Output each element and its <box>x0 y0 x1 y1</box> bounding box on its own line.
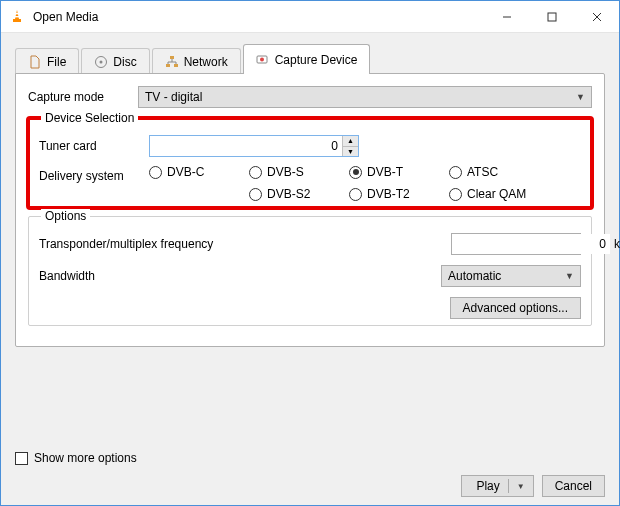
delivery-system-row: Delivery system DVB-C DVB-S <box>39 165 581 201</box>
tuner-card-spinbox[interactable]: ▲ ▼ <box>149 135 359 157</box>
radio-clear-qam[interactable]: Clear QAM <box>449 187 549 201</box>
svg-point-8 <box>100 60 103 63</box>
radio-label: Clear QAM <box>467 187 526 201</box>
tab-network[interactable]: Network <box>152 48 241 74</box>
tab-bar: File Disc Network Capture Device <box>15 43 605 73</box>
svg-rect-2 <box>15 16 20 17</box>
tab-label: Disc <box>113 55 136 69</box>
chevron-down-icon: ▼ <box>517 482 525 491</box>
svg-rect-10 <box>166 64 170 67</box>
frequency-unit: kHz <box>610 237 620 251</box>
options-group: Options Transponder/multiplex frequency … <box>28 216 592 326</box>
radio-label: ATSC <box>467 165 498 179</box>
capture-mode-select[interactable]: TV - digital ▼ <box>138 86 592 108</box>
frequency-row: Transponder/multiplex frequency kHz ▲ ▼ <box>39 233 581 255</box>
frequency-spinbox[interactable]: kHz ▲ ▼ <box>451 233 581 255</box>
radio-icon <box>449 188 462 201</box>
chevron-down-icon: ▼ <box>576 92 585 102</box>
tab-disc[interactable]: Disc <box>81 48 149 74</box>
checkbox-icon <box>15 452 28 465</box>
radio-label: DVB-T <box>367 165 403 179</box>
radio-label: DVB-S2 <box>267 187 310 201</box>
disc-icon <box>94 55 108 69</box>
file-icon <box>28 55 42 69</box>
radio-icon <box>249 188 262 201</box>
tab-capture-device[interactable]: Capture Device <box>243 44 371 74</box>
window-title: Open Media <box>33 10 484 24</box>
svg-rect-9 <box>170 56 174 59</box>
radio-icon <box>349 166 362 179</box>
radio-label: DVB-C <box>167 165 204 179</box>
radio-dvb-t[interactable]: DVB-T <box>349 165 449 179</box>
bandwidth-row: Bandwidth Automatic ▼ <box>39 265 581 287</box>
radio-dvb-c[interactable]: DVB-C <box>149 165 249 179</box>
tuner-card-label: Tuner card <box>39 139 149 153</box>
frequency-label: Transponder/multiplex frequency <box>39 237 239 251</box>
svg-rect-4 <box>548 13 556 21</box>
window-controls <box>484 2 619 32</box>
radio-icon <box>449 166 462 179</box>
radio-icon <box>149 166 162 179</box>
play-button[interactable]: Play ▼ <box>461 475 533 497</box>
spin-down-button[interactable]: ▼ <box>343 147 358 157</box>
dialog-footer: Show more options Play ▼ Cancel <box>15 443 605 497</box>
tuner-spin-buttons: ▲ ▼ <box>342 136 358 156</box>
spin-up-button[interactable]: ▲ <box>343 136 358 147</box>
capture-device-icon <box>256 53 270 67</box>
radio-label: DVB-T2 <box>367 187 410 201</box>
tab-label: Capture Device <box>275 53 358 67</box>
titlebar: Open Media <box>1 1 619 33</box>
radio-icon <box>249 166 262 179</box>
options-legend: Options <box>41 209 90 223</box>
capture-mode-row: Capture mode TV - digital ▼ <box>28 86 592 108</box>
bandwidth-select[interactable]: Automatic ▼ <box>441 265 581 287</box>
cancel-button[interactable]: Cancel <box>542 475 605 497</box>
delivery-system-options: DVB-C DVB-S DVB-T <box>149 165 549 201</box>
bandwidth-label: Bandwidth <box>39 269 239 283</box>
svg-rect-0 <box>13 19 21 22</box>
radio-icon <box>349 188 362 201</box>
tab-label: Network <box>184 55 228 69</box>
network-icon <box>165 55 179 69</box>
capture-panel: Capture mode TV - digital ▼ Device Selec… <box>15 73 605 347</box>
tab-label: File <box>47 55 66 69</box>
close-button[interactable] <box>574 2 619 32</box>
capture-mode-value: TV - digital <box>145 90 202 104</box>
device-selection-group: Device Selection Tuner card ▲ ▼ <box>28 118 592 208</box>
capture-mode-label: Capture mode <box>28 90 138 104</box>
maximize-button[interactable] <box>529 2 574 32</box>
dialog-content: File Disc Network Capture Device <box>1 33 619 505</box>
checkbox-label: Show more options <box>34 451 137 465</box>
radio-dvb-t2[interactable]: DVB-T2 <box>349 187 449 201</box>
radio-dvb-s[interactable]: DVB-S <box>249 165 349 179</box>
frequency-input[interactable] <box>452 234 610 254</box>
svg-rect-11 <box>174 64 178 67</box>
device-selection-legend: Device Selection <box>41 111 138 125</box>
radio-dvb-s2[interactable]: DVB-S2 <box>249 187 349 201</box>
minimize-button[interactable] <box>484 2 529 32</box>
delivery-system-label: Delivery system <box>39 165 149 201</box>
bandwidth-value: Automatic <box>448 269 501 283</box>
radio-atsc[interactable]: ATSC <box>449 165 549 179</box>
tuner-card-row: Tuner card ▲ ▼ <box>39 135 581 157</box>
svg-rect-1 <box>15 13 19 14</box>
radio-label: DVB-S <box>267 165 304 179</box>
tuner-card-input[interactable] <box>150 136 342 156</box>
tab-file[interactable]: File <box>15 48 79 74</box>
vlc-cone-icon <box>9 9 25 25</box>
play-button-label: Play <box>476 479 499 493</box>
chevron-down-icon: ▼ <box>565 271 574 281</box>
svg-point-13 <box>260 57 264 61</box>
open-media-dialog: Open Media File <box>0 0 620 506</box>
advanced-options-button[interactable]: Advanced options... <box>450 297 581 319</box>
show-more-options-checkbox[interactable]: Show more options <box>15 451 605 465</box>
